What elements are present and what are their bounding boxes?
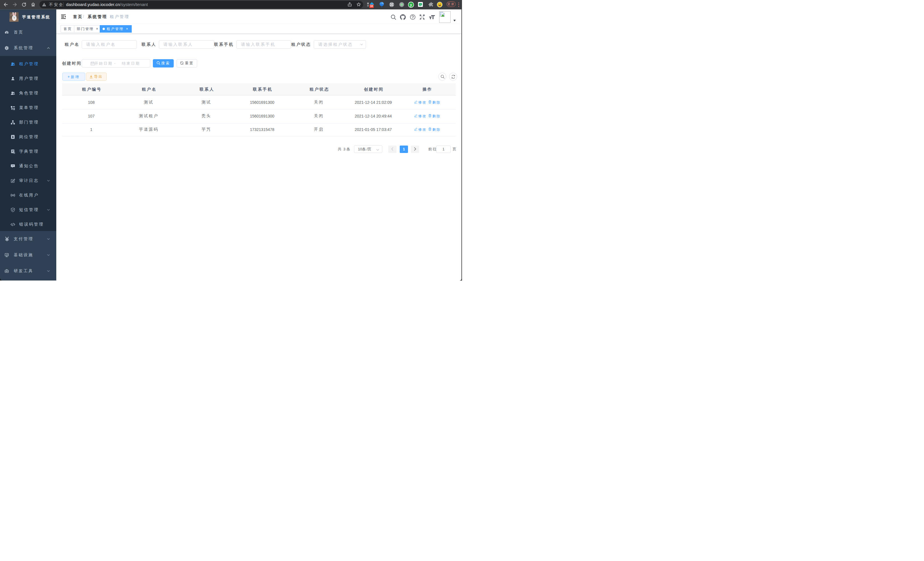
svg-text:y: y	[410, 3, 412, 7]
